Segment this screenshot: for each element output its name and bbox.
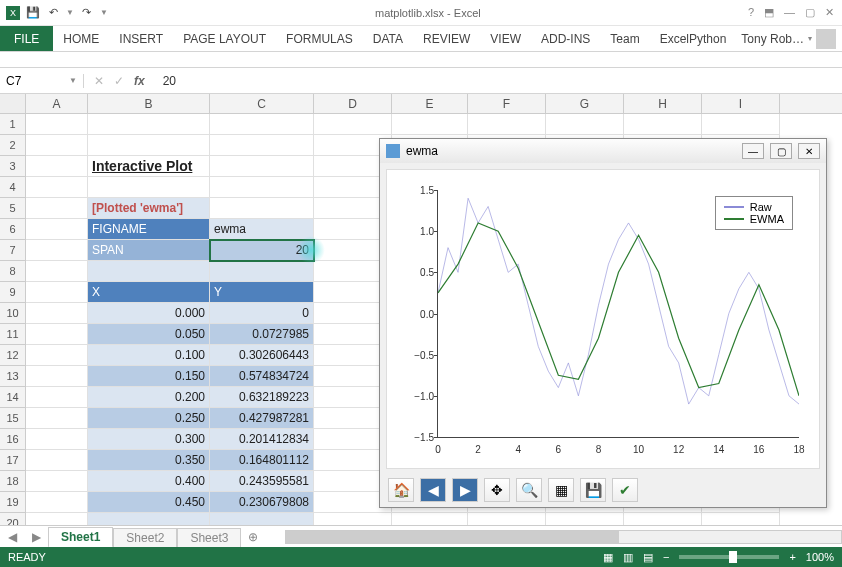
cell[interactable] [624, 114, 702, 135]
row-header[interactable]: 7 [0, 240, 26, 261]
tab-review[interactable]: REVIEW [413, 26, 480, 51]
sheet-tab-active[interactable]: Sheet1 [48, 527, 113, 548]
cell[interactable]: 0.164801112 [210, 450, 314, 471]
row-header[interactable]: 15 [0, 408, 26, 429]
cell[interactable] [702, 114, 780, 135]
tab-insert[interactable]: INSERT [109, 26, 173, 51]
view-normal-icon[interactable]: ▦ [603, 551, 613, 564]
cell[interactable] [88, 114, 210, 135]
tab-formulas[interactable]: FORMULAS [276, 26, 363, 51]
row-header[interactable]: 17 [0, 450, 26, 471]
cell[interactable]: FIGNAME [88, 219, 210, 240]
col-header[interactable]: H [624, 94, 702, 113]
cell[interactable] [26, 303, 88, 324]
cell[interactable] [210, 261, 314, 282]
cell[interactable]: 0 [210, 303, 314, 324]
cell[interactable] [26, 282, 88, 303]
avatar[interactable] [816, 29, 836, 49]
cell[interactable]: 0.300 [88, 429, 210, 450]
sheet-tab[interactable]: Sheet2 [113, 528, 177, 547]
plot-minimize-icon[interactable]: — [742, 143, 764, 159]
zoom-out-icon[interactable]: − [663, 551, 669, 563]
user-name[interactable]: Tony Rob… [741, 32, 804, 46]
plot-home-icon[interactable]: 🏠 [388, 478, 414, 502]
cell[interactable]: 0.200 [88, 387, 210, 408]
row-header[interactable]: 13 [0, 366, 26, 387]
cell[interactable]: 0.427987281 [210, 408, 314, 429]
cell[interactable] [26, 387, 88, 408]
row-header[interactable]: 19 [0, 492, 26, 513]
cell[interactable]: 0.450 [88, 492, 210, 513]
horizontal-scrollbar[interactable] [285, 530, 842, 544]
cell[interactable] [26, 261, 88, 282]
cell[interactable]: 0.150 [88, 366, 210, 387]
plot-back-icon[interactable]: ◀ [420, 478, 446, 502]
cell[interactable] [88, 135, 210, 156]
row-header[interactable]: 18 [0, 471, 26, 492]
col-header[interactable]: B [88, 94, 210, 113]
cell[interactable]: Y [210, 282, 314, 303]
row-header[interactable]: 2 [0, 135, 26, 156]
cell[interactable] [26, 135, 88, 156]
cell[interactable]: [Plotted 'ewma'] [88, 198, 210, 219]
sheet-tab[interactable]: Sheet3 [177, 528, 241, 547]
restore-icon[interactable]: ▢ [805, 6, 815, 19]
cell[interactable]: 0.050 [88, 324, 210, 345]
zoom-in-icon[interactable]: + [789, 551, 795, 563]
close-icon[interactable]: ✕ [825, 6, 834, 19]
cell[interactable] [468, 114, 546, 135]
row-header[interactable]: 11 [0, 324, 26, 345]
cell[interactable] [210, 135, 314, 156]
col-header[interactable]: A [26, 94, 88, 113]
cell[interactable]: 0.250 [88, 408, 210, 429]
save-icon[interactable]: 💾 [26, 6, 40, 20]
col-header[interactable]: F [468, 94, 546, 113]
cell[interactable]: 0.350 [88, 450, 210, 471]
undo-icon[interactable]: ↶ [46, 6, 60, 20]
cell[interactable] [210, 177, 314, 198]
cell[interactable]: 0.0727985 [210, 324, 314, 345]
cell[interactable] [26, 114, 88, 135]
row-header[interactable]: 12 [0, 345, 26, 366]
cell[interactable]: X [88, 282, 210, 303]
cell[interactable]: 0.574834724 [210, 366, 314, 387]
tab-data[interactable]: DATA [363, 26, 413, 51]
row-header[interactable]: 1 [0, 114, 26, 135]
plot-zoom-icon[interactable]: 🔍 [516, 478, 542, 502]
cell[interactable] [392, 114, 468, 135]
col-header[interactable]: I [702, 94, 780, 113]
cell[interactable] [26, 156, 88, 177]
sheet-nav-next-icon[interactable]: ▶ [24, 530, 48, 544]
cell[interactable] [26, 198, 88, 219]
tab-team[interactable]: Team [600, 26, 649, 51]
col-header[interactable]: C [210, 94, 314, 113]
cancel-icon[interactable]: ✕ [94, 74, 104, 88]
cell[interactable]: 0.243595581 [210, 471, 314, 492]
plot-subplots-icon[interactable]: ▦ [548, 478, 574, 502]
plot-close-icon[interactable]: ✕ [798, 143, 820, 159]
help-icon[interactable]: ? [748, 6, 754, 19]
cell[interactable]: SPAN [88, 240, 210, 261]
cell[interactable] [26, 240, 88, 261]
cell[interactable] [26, 366, 88, 387]
col-header[interactable]: G [546, 94, 624, 113]
cell[interactable]: 0.632189223 [210, 387, 314, 408]
cell[interactable]: 0.201412834 [210, 429, 314, 450]
sheet-nav-prev-icon[interactable]: ◀ [0, 530, 24, 544]
row-header[interactable]: 8 [0, 261, 26, 282]
row-header[interactable]: 5 [0, 198, 26, 219]
cell[interactable] [88, 177, 210, 198]
cell[interactable] [26, 429, 88, 450]
cell[interactable] [26, 177, 88, 198]
cell[interactable]: 20 [210, 240, 314, 261]
ribbon-options-icon[interactable]: ⬒ [764, 6, 774, 19]
cell[interactable] [210, 156, 314, 177]
cell[interactable] [314, 114, 392, 135]
row-header[interactable]: 9 [0, 282, 26, 303]
cell[interactable] [26, 450, 88, 471]
cell[interactable] [26, 324, 88, 345]
tab-addins[interactable]: ADD-INS [531, 26, 600, 51]
row-header[interactable]: 4 [0, 177, 26, 198]
plot-pan-icon[interactable]: ✥ [484, 478, 510, 502]
tab-view[interactable]: VIEW [480, 26, 531, 51]
